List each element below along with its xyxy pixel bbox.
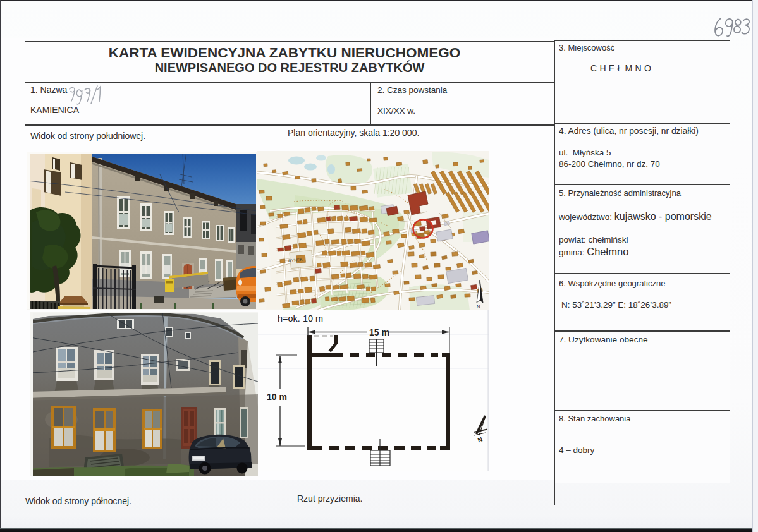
svg-text:15 m: 15 m xyxy=(369,327,389,337)
svg-text:10 m: 10 m xyxy=(267,392,287,402)
svg-text:N: N xyxy=(477,304,480,310)
